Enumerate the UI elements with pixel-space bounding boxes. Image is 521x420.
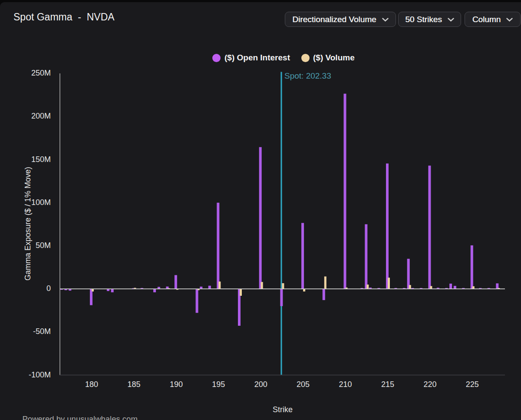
svg-text:185: 185	[127, 380, 140, 389]
svg-text:Strike: Strike	[273, 405, 293, 414]
svg-text:Gamma Exposure ($ / 1% Move): Gamma Exposure ($ / 1% Move)	[23, 167, 32, 281]
svg-text:215: 215	[381, 380, 394, 389]
svg-text:Spot: 202.33: Spot: 202.33	[284, 71, 331, 80]
svg-text:210: 210	[339, 380, 352, 389]
svg-text:-50M: -50M	[33, 327, 51, 336]
svg-text:200: 200	[254, 380, 267, 389]
svg-text:0: 0	[46, 284, 51, 293]
svg-text:205: 205	[297, 380, 310, 389]
svg-text:200M: 200M	[31, 112, 51, 120]
svg-text:250M: 250M	[31, 69, 51, 77]
svg-text:100M: 100M	[31, 198, 51, 207]
svg-text:-100M: -100M	[29, 370, 51, 379]
svg-text:220: 220	[423, 380, 436, 389]
svg-text:190: 190	[170, 380, 183, 389]
svg-text:225: 225	[466, 380, 479, 389]
svg-text:180: 180	[85, 380, 98, 389]
svg-text:195: 195	[212, 380, 225, 389]
svg-text:150M: 150M	[31, 155, 51, 164]
svg-text:50M: 50M	[36, 241, 51, 250]
